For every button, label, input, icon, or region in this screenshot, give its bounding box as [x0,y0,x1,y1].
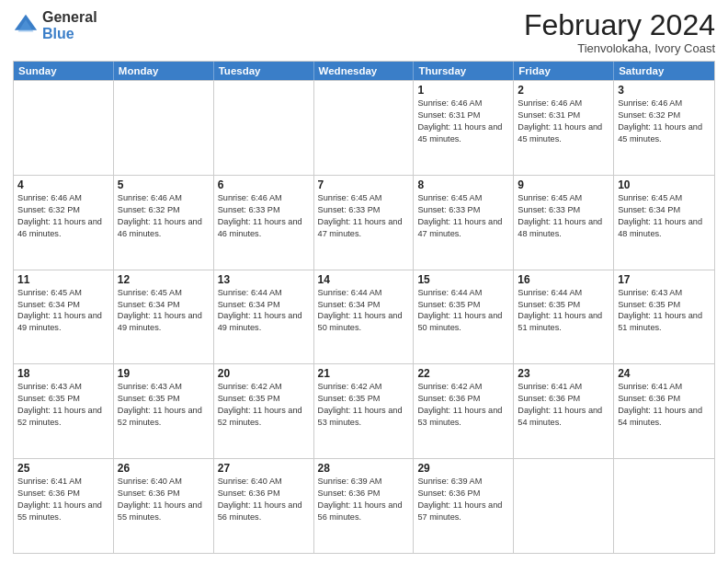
calendar-cell [114,81,214,175]
cell-info: Sunrise: 6:42 AM Sunset: 6:36 PM Dayligh… [417,381,509,429]
calendar-cell: 16Sunrise: 6:44 AM Sunset: 6:35 PM Dayli… [514,270,614,364]
cell-day-number: 25 [17,462,109,475]
subtitle: Tienvolokaha, Ivory Coast [524,41,715,55]
calendar: SundayMondayTuesdayWednesdayThursdayFrid… [13,61,715,554]
cell-day-number: 26 [118,462,210,475]
calendar-cell: 3Sunrise: 6:46 AM Sunset: 6:32 PM Daylig… [614,81,714,175]
cell-info: Sunrise: 6:45 AM Sunset: 6:33 PM Dayligh… [518,192,609,240]
cell-day-number: 12 [118,273,210,286]
cell-info: Sunrise: 6:42 AM Sunset: 6:35 PM Dayligh… [218,381,310,429]
calendar-cell: 26Sunrise: 6:40 AM Sunset: 6:36 PM Dayli… [114,459,214,553]
calendar-cell: 25Sunrise: 6:41 AM Sunset: 6:36 PM Dayli… [14,459,114,553]
calendar-cell: 7Sunrise: 6:45 AM Sunset: 6:33 PM Daylig… [314,176,415,270]
cell-info: Sunrise: 6:46 AM Sunset: 6:31 PM Dayligh… [518,98,609,145]
cell-info: Sunrise: 6:39 AM Sunset: 6:36 PM Dayligh… [417,476,509,523]
calendar-cell: 5Sunrise: 6:46 AM Sunset: 6:32 PM Daylig… [114,176,214,270]
cell-day-number: 2 [518,84,609,97]
cell-info: Sunrise: 6:41 AM Sunset: 6:36 PM Dayligh… [618,381,711,429]
calendar-cell: 4Sunrise: 6:46 AM Sunset: 6:32 PM Daylig… [14,176,114,270]
page: General Blue February 2024 Tienvolokaha,… [0,0,728,563]
calendar-cell: 10Sunrise: 6:45 AM Sunset: 6:34 PM Dayli… [614,176,714,270]
cell-day-number: 13 [218,273,310,286]
day-header-thursday: Thursday [414,62,514,80]
cell-info: Sunrise: 6:45 AM Sunset: 6:34 PM Dayligh… [17,287,109,335]
calendar-cell [14,81,114,175]
cell-day-number: 7 [318,178,410,191]
day-header-saturday: Saturday [614,62,714,80]
cell-info: Sunrise: 6:46 AM Sunset: 6:31 PM Dayligh… [417,98,509,145]
cell-info: Sunrise: 6:39 AM Sunset: 6:36 PM Dayligh… [318,476,410,523]
cell-info: Sunrise: 6:43 AM Sunset: 6:35 PM Dayligh… [118,381,210,429]
logo-blue: Blue [42,26,97,42]
calendar-cell: 21Sunrise: 6:42 AM Sunset: 6:35 PM Dayli… [314,364,415,458]
calendar-week-5: 25Sunrise: 6:41 AM Sunset: 6:36 PM Dayli… [14,458,714,553]
calendar-cell: 28Sunrise: 6:39 AM Sunset: 6:36 PM Dayli… [314,459,415,553]
logo-icon [13,13,39,39]
calendar-cell: 19Sunrise: 6:43 AM Sunset: 6:35 PM Dayli… [114,364,214,458]
calendar-cell: 13Sunrise: 6:44 AM Sunset: 6:34 PM Dayli… [214,270,314,364]
calendar-cell: 18Sunrise: 6:43 AM Sunset: 6:35 PM Dayli… [14,364,114,458]
cell-info: Sunrise: 6:40 AM Sunset: 6:36 PM Dayligh… [118,476,210,523]
calendar-cell: 6Sunrise: 6:46 AM Sunset: 6:33 PM Daylig… [214,176,314,270]
calendar-week-3: 11Sunrise: 6:45 AM Sunset: 6:34 PM Dayli… [14,270,714,364]
cell-info: Sunrise: 6:43 AM Sunset: 6:35 PM Dayligh… [17,381,109,429]
title-block: February 2024 Tienvolokaha, Ivory Coast [524,9,715,55]
logo: General Blue [13,9,97,41]
cell-info: Sunrise: 6:45 AM Sunset: 6:34 PM Dayligh… [118,287,210,335]
cell-day-number: 29 [417,462,509,475]
cell-info: Sunrise: 6:40 AM Sunset: 6:36 PM Dayligh… [218,476,310,523]
logo-general: General [42,9,97,26]
cell-info: Sunrise: 6:44 AM Sunset: 6:34 PM Dayligh… [218,287,310,335]
cell-day-number: 22 [417,367,509,380]
cell-info: Sunrise: 6:45 AM Sunset: 6:33 PM Dayligh… [318,192,410,240]
cell-day-number: 23 [518,367,609,380]
cell-day-number: 5 [118,178,210,191]
cell-info: Sunrise: 6:43 AM Sunset: 6:35 PM Dayligh… [618,287,711,335]
cell-info: Sunrise: 6:46 AM Sunset: 6:32 PM Dayligh… [118,192,210,240]
cell-day-number: 9 [518,178,609,191]
cell-info: Sunrise: 6:46 AM Sunset: 6:32 PM Dayligh… [618,98,711,145]
cell-info: Sunrise: 6:42 AM Sunset: 6:35 PM Dayligh… [318,381,410,429]
day-header-tuesday: Tuesday [214,62,314,80]
cell-info: Sunrise: 6:44 AM Sunset: 6:35 PM Dayligh… [518,287,609,335]
cell-day-number: 3 [618,84,711,97]
calendar-cell: 17Sunrise: 6:43 AM Sunset: 6:35 PM Dayli… [614,270,714,364]
cell-info: Sunrise: 6:44 AM Sunset: 6:35 PM Dayligh… [417,287,509,335]
calendar-cell: 20Sunrise: 6:42 AM Sunset: 6:35 PM Dayli… [214,364,314,458]
cell-info: Sunrise: 6:41 AM Sunset: 6:36 PM Dayligh… [518,381,609,429]
calendar-cell: 23Sunrise: 6:41 AM Sunset: 6:36 PM Dayli… [514,364,614,458]
cell-day-number: 11 [17,273,109,286]
cell-day-number: 17 [618,273,711,286]
cell-info: Sunrise: 6:46 AM Sunset: 6:32 PM Dayligh… [17,192,109,240]
calendar-cell: 8Sunrise: 6:45 AM Sunset: 6:33 PM Daylig… [414,176,514,270]
cell-day-number: 24 [618,367,711,380]
cell-day-number: 14 [318,273,410,286]
cell-day-number: 16 [518,273,609,286]
calendar-cell: 11Sunrise: 6:45 AM Sunset: 6:34 PM Dayli… [14,270,114,364]
header: General Blue February 2024 Tienvolokaha,… [13,9,715,55]
cell-day-number: 20 [218,367,310,380]
cell-info: Sunrise: 6:46 AM Sunset: 6:33 PM Dayligh… [218,192,310,240]
calendar-cell: 2Sunrise: 6:46 AM Sunset: 6:31 PM Daylig… [514,81,614,175]
logo-text: General Blue [42,9,97,41]
cell-day-number: 10 [618,178,711,191]
day-header-sunday: Sunday [14,62,114,80]
calendar-cell: 15Sunrise: 6:44 AM Sunset: 6:35 PM Dayli… [414,270,514,364]
calendar-cell [614,459,714,553]
calendar-cell: 22Sunrise: 6:42 AM Sunset: 6:36 PM Dayli… [414,364,514,458]
day-header-monday: Monday [114,62,214,80]
calendar-week-2: 4Sunrise: 6:46 AM Sunset: 6:32 PM Daylig… [14,175,714,270]
cell-info: Sunrise: 6:45 AM Sunset: 6:33 PM Dayligh… [417,192,509,240]
main-title: February 2024 [524,9,715,41]
calendar-week-1: 1Sunrise: 6:46 AM Sunset: 6:31 PM Daylig… [14,80,714,175]
calendar-cell: 29Sunrise: 6:39 AM Sunset: 6:36 PM Dayli… [414,459,514,553]
calendar-cell [514,459,614,553]
cell-day-number: 1 [417,84,509,97]
cell-day-number: 21 [318,367,410,380]
calendar-cell: 24Sunrise: 6:41 AM Sunset: 6:36 PM Dayli… [614,364,714,458]
day-header-friday: Friday [514,62,614,80]
cell-day-number: 27 [218,462,310,475]
calendar-cell: 14Sunrise: 6:44 AM Sunset: 6:34 PM Dayli… [314,270,415,364]
calendar-cell: 9Sunrise: 6:45 AM Sunset: 6:33 PM Daylig… [514,176,614,270]
cell-day-number: 6 [218,178,310,191]
